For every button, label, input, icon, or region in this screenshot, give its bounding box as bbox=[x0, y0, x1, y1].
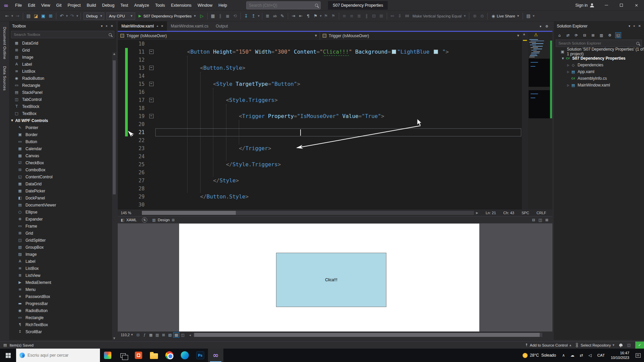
redo-dropdown-icon[interactable]: ▼ bbox=[76, 15, 79, 17]
editor-vertical-scrollbar[interactable]: ▲ bbox=[522, 32, 528, 209]
align-lefts-icon[interactable]: ≡ bbox=[341, 12, 348, 20]
expand-pane-icon[interactable]: ⊞ bbox=[545, 218, 548, 222]
toolbox-item-datepicker[interactable]: ▦DatePicker bbox=[9, 187, 116, 194]
breakpoint-margin[interactable] bbox=[118, 80, 125, 88]
collapse-toggle-icon[interactable]: − bbox=[149, 114, 154, 118]
breakpoint-margin[interactable] bbox=[118, 161, 125, 169]
settings-gear-icon[interactable]: ⚙ bbox=[545, 24, 548, 28]
toolbox-item-richtextbox[interactable]: ¶RichTextBox bbox=[9, 321, 116, 328]
document-tab-mainwindow-xaml[interactable]: MainWindow.xaml⌖✕ bbox=[118, 21, 167, 31]
design-zoom-dropdown[interactable]: 110,2 bbox=[118, 333, 131, 337]
pin-icon[interactable]: ⌖ bbox=[633, 24, 635, 28]
scroll-up-icon[interactable]: ▲ bbox=[112, 52, 116, 55]
code-text[interactable] bbox=[155, 104, 522, 112]
solution-explorer-header[interactable]: Solution Explorer ▾ ⌖ ✕ bbox=[554, 21, 644, 31]
xaml-pane-tab[interactable]: ◧ XAML bbox=[118, 216, 140, 224]
previous-bookmark-icon[interactable]: ⚑ bbox=[322, 12, 330, 20]
menu-item-git[interactable]: Git bbox=[53, 0, 65, 11]
stop-icon[interactable]: ◼ bbox=[224, 12, 231, 20]
code-line-26[interactable]: 26 bbox=[118, 169, 522, 177]
scrollbar-thumb[interactable] bbox=[142, 211, 236, 215]
redo-icon[interactable]: ↷ bbox=[68, 12, 76, 20]
toolbox-item-textblock[interactable]: TTextBlock bbox=[9, 103, 116, 110]
add-to-source-control-button[interactable]: ↑ Add to Source Control ▲ bbox=[525, 343, 571, 347]
taskbar-search-box[interactable] bbox=[16, 349, 100, 362]
find-in-files-icon[interactable]: ≣ bbox=[264, 12, 271, 20]
toolbox-scrollbar[interactable]: ▲ ▼ bbox=[112, 52, 116, 340]
fold-margin[interactable] bbox=[147, 72, 155, 80]
scrollbar-thumb[interactable] bbox=[113, 60, 116, 194]
align-centers-icon[interactable]: ≡ bbox=[348, 12, 356, 20]
layout-icon[interactable]: ◫ bbox=[627, 343, 631, 347]
quick-search-box[interactable] bbox=[246, 1, 321, 9]
design-button-preview[interactable]: Clica!!! bbox=[276, 253, 386, 307]
document-tab-output[interactable]: Output bbox=[212, 21, 231, 31]
close-icon[interactable]: ✕ bbox=[638, 24, 641, 28]
fold-margin[interactable] bbox=[147, 56, 155, 64]
fold-margin[interactable] bbox=[147, 104, 155, 112]
fold-margin[interactable] bbox=[147, 88, 155, 96]
code-line-18[interactable]: 18 bbox=[118, 104, 522, 112]
toolbox-item-label[interactable]: ALabel bbox=[9, 258, 116, 265]
toolbar-overflow-icon[interactable]: ▼ bbox=[532, 15, 535, 17]
toolbox-item-tabcontrol[interactable]: ◫TabControl bbox=[9, 96, 116, 103]
same-width-icon[interactable]: ∥ bbox=[363, 12, 370, 20]
onedrive-icon[interactable]: ☁ bbox=[568, 353, 577, 358]
fold-margin[interactable]: − bbox=[147, 96, 155, 104]
breakpoint-margin[interactable] bbox=[118, 153, 125, 161]
menu-item-edit[interactable]: Edit bbox=[25, 0, 38, 11]
breakpoint-margin[interactable] bbox=[118, 96, 125, 104]
toolbox-item-gridsplitter[interactable]: ◫GridSplitter bbox=[9, 237, 116, 244]
bookmark-icon[interactable]: ⚑ bbox=[312, 12, 319, 20]
toolbox-item-label[interactable]: ALabel bbox=[9, 61, 116, 68]
save-all-icon[interactable]: ⊞ bbox=[47, 12, 54, 20]
design-pane-tab[interactable]: ▥ Design ⊞ bbox=[149, 216, 178, 224]
spacing-command-dropdown[interactable]: Make Vertical Spacing Equal▼ bbox=[411, 14, 468, 18]
collapse-all-icon[interactable]: ⊟ bbox=[582, 32, 588, 38]
toolbox-item-radiobutton[interactable]: ◉RadioButton bbox=[9, 75, 116, 82]
settings-gear-icon[interactable]: ⚙ bbox=[607, 32, 613, 38]
orange-app-icon[interactable] bbox=[131, 349, 146, 362]
menu-item-test[interactable]: Test bbox=[117, 0, 131, 11]
menu-item-project[interactable]: Project bbox=[65, 0, 84, 11]
breakpoint-margin[interactable] bbox=[118, 128, 125, 136]
code-text[interactable] bbox=[155, 88, 522, 96]
breakpoint-margin[interactable] bbox=[118, 104, 125, 112]
document-tab-mainwindow-xaml-cs[interactable]: MainWindow.xaml.cs bbox=[167, 21, 212, 31]
menu-item-view[interactable]: View bbox=[38, 0, 53, 11]
code-text[interactable] bbox=[155, 153, 522, 161]
open-file-icon[interactable]: ◪ bbox=[32, 12, 40, 20]
toolbox-item-listview[interactable]: ≣ListView bbox=[9, 272, 116, 279]
breakpoint-margin[interactable] bbox=[118, 40, 125, 48]
fold-margin[interactable]: − bbox=[147, 112, 155, 120]
zoom-out-icon[interactable]: ⊖ bbox=[478, 12, 486, 20]
code-text[interactable]: <Style TargetType="Button"> bbox=[155, 80, 522, 88]
toolbox-item-expander[interactable]: ⊕Expander bbox=[9, 216, 116, 223]
breakpoint-margin[interactable] bbox=[118, 177, 125, 185]
side-tab-data-sources[interactable]: Data Sources bbox=[3, 63, 7, 94]
weather-widget[interactable]: 28°C Soleado bbox=[519, 353, 559, 358]
popout-icon[interactable]: ⊞ bbox=[172, 218, 174, 222]
solution-search-input[interactable] bbox=[558, 41, 634, 45]
menu-item-file[interactable]: File bbox=[12, 0, 25, 11]
pin-icon[interactable]: ⌖ bbox=[106, 24, 108, 28]
notifications-bell-icon[interactable] bbox=[619, 344, 623, 346]
editor-horizontal-scrollbar[interactable] bbox=[142, 211, 474, 215]
toolbox-item-calendar[interactable]: ▦Calendar bbox=[9, 145, 116, 152]
refresh-icon[interactable]: ⟳ bbox=[573, 32, 579, 38]
code-text[interactable] bbox=[155, 136, 522, 144]
home-icon[interactable]: ⌂ bbox=[556, 32, 562, 38]
fold-margin[interactable] bbox=[147, 153, 155, 161]
step-dropdown-icon[interactable]: ▼ bbox=[257, 15, 260, 17]
task-view-icon[interactable] bbox=[115, 349, 131, 362]
breakpoint-margin[interactable] bbox=[118, 193, 125, 201]
fold-margin[interactable] bbox=[147, 169, 155, 177]
fold-margin[interactable] bbox=[147, 120, 155, 128]
fold-margin[interactable] bbox=[147, 161, 155, 169]
code-text[interactable]: <Button.Style> bbox=[155, 64, 522, 72]
photoshop-icon[interactable]: Ps bbox=[193, 349, 208, 362]
live-unit-testing-icon[interactable]: ▦ bbox=[209, 12, 217, 20]
code-text[interactable] bbox=[155, 120, 522, 128]
quick-search-input[interactable] bbox=[249, 3, 315, 8]
code-text[interactable]: </Button.Style> bbox=[155, 193, 522, 201]
